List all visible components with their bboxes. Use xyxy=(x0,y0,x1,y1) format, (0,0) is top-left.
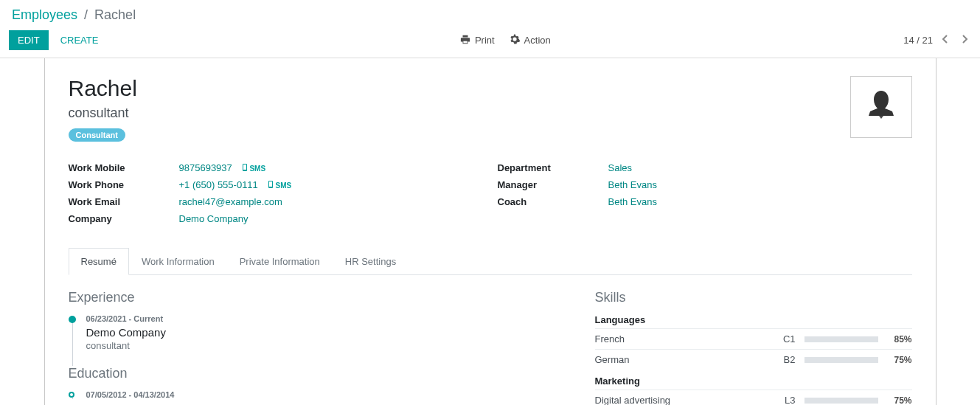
employee-tag: Consultant xyxy=(69,128,125,142)
experience-date: 06/23/2021 - Current xyxy=(86,314,558,323)
skill-name: German xyxy=(595,354,765,365)
sms-mobile-link[interactable]: SMS xyxy=(242,164,265,173)
skill-level: B2 xyxy=(774,354,796,365)
education-item: 07/05/2012 - 04/13/2014 xyxy=(86,390,558,399)
tabs: Resumé Work Information Private Informat… xyxy=(69,248,912,275)
tab-hr-settings[interactable]: HR Settings xyxy=(333,248,409,275)
experience-item: 06/23/2021 - Current Demo Company consul… xyxy=(86,314,558,366)
action-button[interactable]: Action xyxy=(510,34,551,46)
employee-name: Rachel xyxy=(69,76,137,101)
skills-title: Skills xyxy=(595,290,912,305)
manager-value[interactable]: Beth Evans xyxy=(608,179,658,190)
skill-name: Digital advertising xyxy=(595,395,765,405)
department-label: Department xyxy=(498,162,608,173)
pager-prev[interactable] xyxy=(939,34,952,47)
company-value[interactable]: Demo Company xyxy=(179,213,249,224)
manager-label: Manager xyxy=(498,179,608,190)
sms-label: SMS xyxy=(275,181,291,190)
skill-group-title: Marketing xyxy=(595,375,912,387)
work-email-label: Work Email xyxy=(69,196,179,207)
experience-role: consultant xyxy=(86,340,558,351)
experience-title: Experience xyxy=(69,290,558,305)
skill-group-title: Languages xyxy=(595,314,912,325)
pager-text: 14 / 21 xyxy=(903,35,933,46)
skill-row: Digital advertisingL375% xyxy=(595,390,912,405)
create-button[interactable]: CREATE xyxy=(52,30,108,50)
skill-bar xyxy=(804,336,878,342)
print-label: Print xyxy=(475,35,495,46)
education-title: Education xyxy=(69,366,558,381)
breadcrumb-current: Rachel xyxy=(94,7,136,22)
company-label: Company xyxy=(69,213,179,224)
education-date: 07/05/2012 - 04/13/2014 xyxy=(86,390,558,399)
skill-level: C1 xyxy=(774,333,796,345)
svg-rect-1 xyxy=(243,165,246,170)
skill-row: FrenchC185% xyxy=(595,328,912,349)
form-sheet: Rachel consultant Consultant Work Mobile… xyxy=(44,58,936,405)
work-phone-label: Work Phone xyxy=(69,179,179,190)
gear-icon xyxy=(510,34,520,46)
mobile-icon xyxy=(242,164,248,173)
edit-button[interactable]: EDIT xyxy=(9,30,49,50)
work-phone-value[interactable]: +1 (650) 555-0111 xyxy=(179,179,258,190)
skill-row: GermanB275% xyxy=(595,349,912,370)
skill-percent: 85% xyxy=(887,334,912,345)
tab-resume[interactable]: Resumé xyxy=(69,248,129,275)
sms-label: SMS xyxy=(249,165,265,173)
breadcrumb-root[interactable]: Employees xyxy=(12,7,77,22)
coach-label: Coach xyxy=(498,196,608,207)
experience-company: Demo Company xyxy=(86,326,558,339)
coach-value[interactable]: Beth Evans xyxy=(608,196,658,207)
svg-rect-3 xyxy=(269,181,272,187)
toolbar: EDIT CREATE Print Action 14 / 21 xyxy=(0,27,980,58)
timeline-dot-icon xyxy=(69,316,76,323)
avatar[interactable] xyxy=(850,76,912,138)
breadcrumb-separator: / xyxy=(84,7,88,22)
pager-next[interactable] xyxy=(958,34,971,47)
pager: 14 / 21 xyxy=(903,34,971,47)
action-label: Action xyxy=(524,35,551,46)
skill-bar xyxy=(804,398,878,404)
timeline-dot-icon xyxy=(69,392,74,398)
skill-name: French xyxy=(595,333,765,345)
tab-work-information[interactable]: Work Information xyxy=(129,248,227,275)
tab-private-information[interactable]: Private Information xyxy=(227,248,333,275)
sms-phone-link[interactable]: SMS xyxy=(268,181,291,190)
work-email-value[interactable]: rachel47@example.com xyxy=(179,196,282,207)
department-value[interactable]: Sales xyxy=(608,162,633,173)
print-button[interactable]: Print xyxy=(460,34,495,46)
breadcrumb: Employees / Rachel xyxy=(0,0,980,27)
skill-level: L3 xyxy=(774,395,796,405)
skill-percent: 75% xyxy=(887,355,912,365)
work-mobile-value[interactable]: 9875693937 xyxy=(179,162,232,173)
work-mobile-label: Work Mobile xyxy=(69,162,179,173)
mobile-icon xyxy=(268,181,274,190)
avatar-icon xyxy=(859,85,903,129)
skill-bar xyxy=(804,357,878,363)
skill-percent: 75% xyxy=(887,395,912,406)
employee-subtitle: consultant xyxy=(69,105,137,121)
print-icon xyxy=(460,34,470,46)
